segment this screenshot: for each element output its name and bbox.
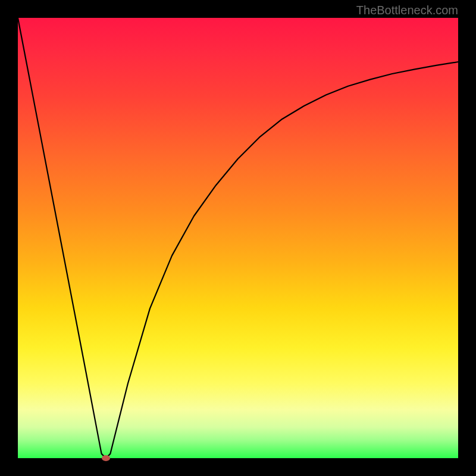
plot-area — [18, 18, 458, 458]
bottleneck-curve — [18, 18, 458, 458]
minimum-marker — [102, 455, 110, 461]
chart-frame: TheBottleneck.com — [0, 0, 476, 476]
watermark-label: TheBottleneck.com — [356, 4, 458, 17]
